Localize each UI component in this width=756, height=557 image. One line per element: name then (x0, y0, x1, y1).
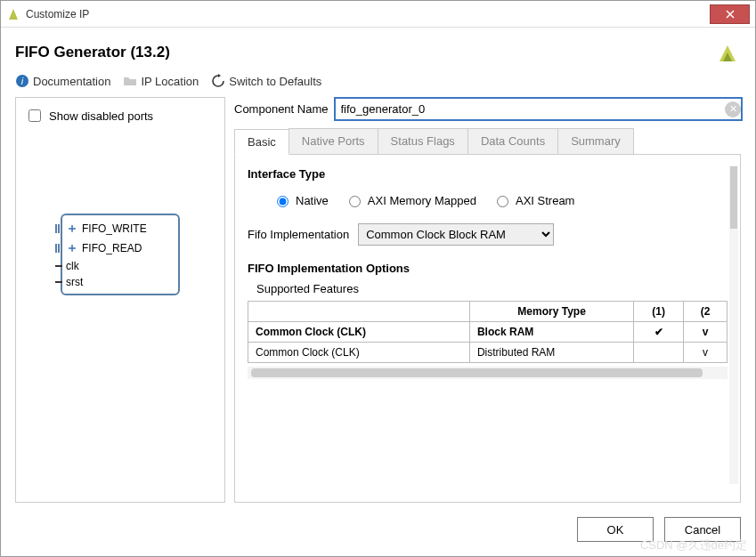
table-row[interactable]: Common Clock (CLK) Block RAM ✔ v (248, 322, 728, 343)
table-row[interactable]: Common Clock (CLK) Distributed RAM v (248, 343, 728, 363)
vertical-scrollbar[interactable] (729, 165, 738, 484)
port-srst: srst (68, 276, 169, 288)
switch-defaults-link[interactable]: Switch to Defaults (211, 74, 321, 88)
component-name-input[interactable] (334, 97, 744, 121)
window-titlebar: Customize IP (1, 1, 755, 28)
tabs: Basic Native Ports Status Flags Data Cou… (234, 128, 741, 155)
window-title: Customize IP (26, 8, 89, 20)
refresh-icon (211, 74, 225, 88)
watermark: CSDN @久违de约定 (640, 537, 747, 553)
table-header-row: Memory Type (1) (2 (248, 302, 728, 322)
horizontal-scrollbar[interactable] (248, 367, 728, 379)
right-panel: Component Name ✕ Basic Native Ports Stat… (234, 97, 741, 503)
documentation-link[interactable]: i Documentation (15, 74, 110, 88)
ip-block-diagram: ＋ FIFO_WRITE ＋ FIFO_READ clk srst (61, 214, 180, 295)
app-icon (6, 7, 20, 21)
fifo-options-title: FIFO Implementation Options (248, 262, 728, 275)
left-panel: Show disabled ports ＋ FIFO_WRITE ＋ FIFO_… (15, 97, 225, 503)
tab-data-counts[interactable]: Data Counts (467, 128, 558, 154)
expand-icon: ＋ (66, 240, 78, 256)
close-icon (726, 10, 735, 19)
vendor-logo-icon (714, 42, 741, 63)
svg-marker-0 (9, 9, 18, 20)
port-fifo-read[interactable]: ＋ FIFO_READ (68, 240, 169, 256)
svg-marker-5 (218, 74, 221, 77)
close-button[interactable] (710, 4, 750, 24)
clear-icon[interactable]: ✕ (725, 101, 741, 117)
port-fifo-write[interactable]: ＋ FIFO_WRITE (68, 221, 169, 237)
ip-location-link[interactable]: IP Location (123, 74, 199, 88)
radio-axi-memory-mapped[interactable]: AXI Memory Mapped (345, 193, 476, 207)
tab-panel-basic: Interface Type Native AXI Memory Mapped … (234, 155, 741, 503)
port-clk: clk (68, 260, 169, 272)
supported-features-label: Supported Features (248, 282, 728, 295)
show-disabled-ports-checkbox[interactable]: Show disabled ports (25, 107, 215, 125)
interface-type-label: Interface Type (248, 167, 728, 181)
expand-icon: ＋ (66, 221, 78, 237)
folder-icon (123, 74, 137, 88)
toolbar: i Documentation IP Location Switch to De… (15, 74, 741, 88)
radio-native[interactable]: Native (272, 193, 329, 207)
info-icon: i (15, 74, 29, 88)
component-name-label: Component Name (234, 102, 329, 116)
fifo-implementation-select[interactable]: Common Clock Block RAM (358, 223, 554, 246)
tab-basic[interactable]: Basic (234, 129, 289, 155)
page-title: FIFO Generator (13.2) (15, 44, 714, 61)
tab-summary[interactable]: Summary (557, 128, 634, 154)
radio-axi-stream[interactable]: AXI Stream (492, 193, 574, 207)
tab-native-ports[interactable]: Native Ports (289, 128, 378, 154)
fifo-implementation-label: Fifo Implementation (248, 228, 349, 241)
tab-status-flags[interactable]: Status Flags (378, 128, 468, 154)
implementation-table: Memory Type (1) (2 Common Clock (CLK) Bl… (248, 301, 728, 363)
